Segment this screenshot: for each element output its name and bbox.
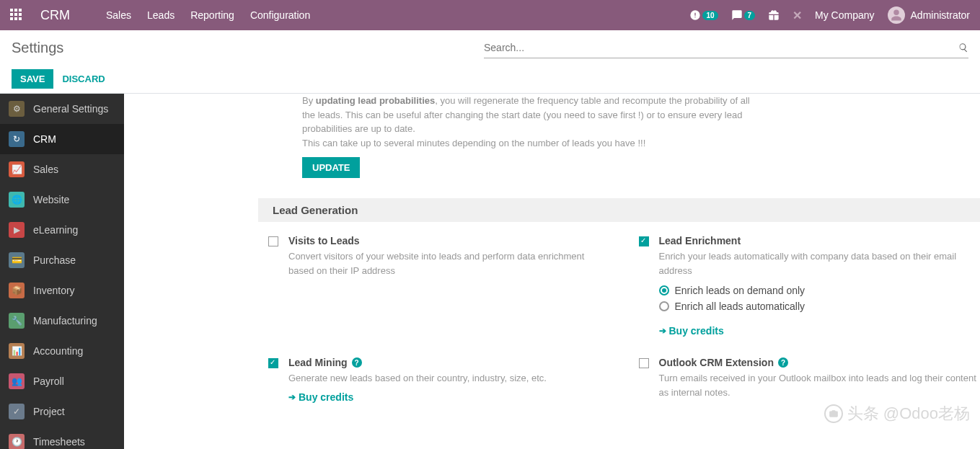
setting-desc-mining: Generate new leads based on their countr… bbox=[288, 371, 610, 386]
avatar-icon bbox=[888, 6, 905, 24]
activities-icon[interactable]: 10 bbox=[689, 9, 718, 21]
help-icon[interactable]: ? bbox=[778, 357, 788, 368]
sidebar-item-timesheets[interactable]: 🕐Timesheets bbox=[0, 427, 124, 449]
sidebar-item-label: Purchase bbox=[33, 254, 76, 266]
setting-visits-to-leads: Visits to Leads Convert visitors of your… bbox=[268, 235, 610, 337]
buy-credits-enrichment[interactable]: ➔ Buy credits bbox=[659, 325, 981, 337]
sidebar-icon: 💳 bbox=[9, 252, 25, 268]
sidebar-item-label: Project bbox=[33, 406, 65, 417]
update-button[interactable]: UPDATE bbox=[302, 157, 360, 178]
buy-credits-mining[interactable]: ➔ Buy credits bbox=[288, 391, 610, 403]
radio-enrich-demand[interactable]: Enrich leads on demand only bbox=[659, 285, 981, 296]
sidebar-icon: 👥 bbox=[9, 373, 25, 389]
close-icon[interactable]: ✕ bbox=[793, 9, 802, 22]
setting-desc-enrichment: Enrich your leads automatically with com… bbox=[659, 249, 981, 277]
content-pane[interactable]: By updating lead probabilities, you will… bbox=[124, 94, 980, 449]
section-lead-generation: Lead Generation bbox=[258, 198, 980, 222]
setting-desc-visits: Convert visitors of your website into le… bbox=[288, 249, 610, 277]
settings-sidebar: ⚙General Settings↻CRM📈Sales🌐Website▶eLea… bbox=[0, 94, 124, 449]
nav-configuration[interactable]: Configuration bbox=[250, 9, 310, 21]
radio-enrich-auto[interactable]: Enrich all leads automatically bbox=[659, 301, 981, 312]
checkbox-mining[interactable] bbox=[268, 358, 278, 368]
sidebar-icon: 📈 bbox=[9, 161, 25, 177]
sidebar-item-label: Website bbox=[33, 194, 69, 205]
top-navbar: CRM Sales Leads Reporting Configuration … bbox=[0, 0, 980, 30]
sidebar-item-label: eLearning bbox=[33, 224, 78, 236]
chat-icon[interactable]: 7 bbox=[731, 9, 756, 21]
page-title: Settings bbox=[12, 40, 63, 56]
user-menu[interactable]: Administrator bbox=[888, 6, 970, 24]
help-icon[interactable]: ? bbox=[352, 357, 362, 368]
sidebar-item-project[interactable]: ✓Project bbox=[0, 396, 124, 427]
arrow-right-icon: ➔ bbox=[659, 326, 666, 336]
main-wrap: ⚙General Settings↻CRM📈Sales🌐Website▶eLea… bbox=[0, 94, 980, 449]
enrichment-radio-group: Enrich leads on demand only Enrich all l… bbox=[659, 285, 981, 312]
setting-outlook-extension: Outlook CRM Extension ? Turn emails rece… bbox=[639, 357, 981, 403]
sidebar-item-website[interactable]: 🌐Website bbox=[0, 185, 124, 215]
settings-row-2: Lead Mining ? Generate new leads based o… bbox=[124, 357, 980, 403]
nav-reporting[interactable]: Reporting bbox=[190, 9, 234, 21]
discard-button[interactable]: DISCARD bbox=[62, 74, 105, 84]
save-button[interactable]: SAVE bbox=[12, 69, 53, 89]
setting-title-visits: Visits to Leads bbox=[288, 235, 610, 246]
control-bar: Settings bbox=[0, 30, 980, 65]
sidebar-icon: ✓ bbox=[9, 404, 25, 419]
arrow-right-icon: ➔ bbox=[288, 392, 296, 402]
setting-title-outlook: Outlook CRM Extension ? bbox=[659, 357, 981, 368]
gift-icon[interactable] bbox=[768, 9, 780, 21]
sidebar-item-label: Sales bbox=[33, 164, 58, 175]
activities-badge: 10 bbox=[702, 11, 718, 20]
sidebar-item-purchase[interactable]: 💳Purchase bbox=[0, 245, 124, 275]
nav-links: Sales Leads Reporting Configuration bbox=[106, 9, 310, 21]
info-block: By updating lead probabilities, you will… bbox=[124, 94, 759, 178]
sidebar-icon: 📦 bbox=[9, 283, 25, 298]
sidebar-icon: 📊 bbox=[9, 343, 25, 359]
button-bar: SAVE DISCARD bbox=[0, 65, 980, 94]
info-text: By updating lead probabilities, you will… bbox=[302, 94, 759, 150]
sidebar-item-inventory[interactable]: 📦Inventory bbox=[0, 275, 124, 306]
radio-icon bbox=[659, 285, 669, 295]
sidebar-icon: ⚙ bbox=[9, 101, 25, 117]
sidebar-item-elearning[interactable]: ▶eLearning bbox=[0, 215, 124, 245]
setting-lead-mining: Lead Mining ? Generate new leads based o… bbox=[268, 357, 610, 403]
sidebar-item-sales[interactable]: 📈Sales bbox=[0, 154, 124, 185]
chat-badge: 7 bbox=[744, 11, 756, 20]
sidebar-item-label: General Settings bbox=[33, 103, 108, 115]
app-brand[interactable]: CRM bbox=[40, 8, 70, 23]
sidebar-item-manufacturing[interactable]: 🔧Manufacturing bbox=[0, 306, 124, 336]
apps-grid-icon[interactable] bbox=[10, 9, 23, 22]
search-input[interactable] bbox=[484, 37, 953, 58]
sidebar-item-label: Payroll bbox=[33, 375, 64, 387]
sidebar-icon: ▶ bbox=[9, 222, 25, 238]
sidebar-item-label: Manufacturing bbox=[33, 315, 97, 326]
sidebar-icon: 🔧 bbox=[9, 313, 25, 329]
search-box[interactable] bbox=[484, 37, 968, 58]
checkbox-outlook[interactable] bbox=[639, 358, 649, 368]
sidebar-icon: ↻ bbox=[9, 131, 25, 147]
nav-leads[interactable]: Leads bbox=[147, 9, 175, 21]
sidebar-item-payroll[interactable]: 👥Payroll bbox=[0, 366, 124, 396]
sidebar-item-crm[interactable]: ↻CRM bbox=[0, 124, 124, 154]
setting-desc-outlook: Turn emails received in your Outlook mai… bbox=[659, 371, 981, 399]
sidebar-item-accounting[interactable]: 📊Accounting bbox=[0, 336, 124, 366]
sidebar-item-label: Timesheets bbox=[33, 436, 85, 448]
setting-lead-enrichment: Lead Enrichment Enrich your leads automa… bbox=[639, 235, 981, 337]
user-name: Administrator bbox=[911, 9, 970, 21]
setting-title-enrichment: Lead Enrichment bbox=[659, 235, 981, 246]
sidebar-icon: 🕐 bbox=[9, 434, 25, 449]
sidebar-item-label: Inventory bbox=[33, 285, 75, 296]
nav-right: 10 7 ✕ My Company Administrator bbox=[689, 6, 970, 24]
radio-icon bbox=[659, 301, 669, 311]
company-selector[interactable]: My Company bbox=[815, 9, 874, 21]
search-icon[interactable] bbox=[958, 43, 968, 53]
sidebar-item-label: CRM bbox=[33, 133, 56, 145]
checkbox-enrichment[interactable] bbox=[639, 236, 649, 246]
checkbox-visits[interactable] bbox=[268, 236, 278, 246]
watermark: 头条 @Odoo老杨 bbox=[824, 403, 970, 424]
sidebar-item-general-settings[interactable]: ⚙General Settings bbox=[0, 94, 124, 124]
camera-icon bbox=[824, 404, 843, 423]
sidebar-item-label: Accounting bbox=[33, 345, 83, 357]
settings-row-1: Visits to Leads Convert visitors of your… bbox=[124, 235, 980, 337]
setting-title-mining: Lead Mining ? bbox=[288, 357, 610, 368]
nav-sales[interactable]: Sales bbox=[106, 9, 131, 21]
